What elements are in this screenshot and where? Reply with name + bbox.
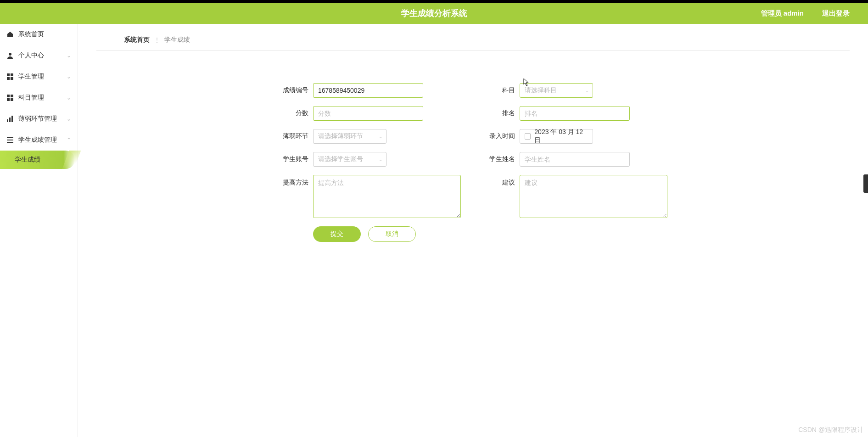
sidebar-item-weak-mgmt[interactable]: 薄弱环节管理 ⌄ [0, 108, 78, 129]
svg-rect-5 [7, 95, 10, 97]
select-weak[interactable]: 请选择薄弱环节 ⌄ [313, 129, 386, 144]
sidebar-item-score-mgmt[interactable]: 学生成绩管理 ⌃ [0, 129, 78, 151]
select-subject-placeholder: 请选择科目 [525, 86, 557, 95]
grid-icon [6, 94, 14, 101]
svg-rect-13 [7, 140, 13, 140]
score-form: 成绩编号 科目 请选择科目 ⌄ 分数 排名 [96, 51, 850, 242]
field-student-name: 学生姓名 [487, 152, 630, 167]
input-rank[interactable] [520, 106, 630, 121]
field-rank: 排名 [487, 106, 630, 121]
sidebar-subitem-label: 学生成绩 [15, 156, 40, 164]
sidebar-item-student-mgmt[interactable]: 学生管理 ⌄ [0, 66, 78, 87]
svg-rect-7 [7, 98, 10, 101]
svg-rect-2 [11, 73, 13, 76]
main-content: 系统首页 ⋮ 学生成绩 成绩编号 科目 请选择科目 ⌄ [78, 24, 868, 437]
field-entry-time: 录入时间 2023 年 03 月 12 日 [487, 129, 593, 144]
input-score-id[interactable] [313, 83, 423, 98]
svg-rect-9 [7, 119, 8, 122]
svg-rect-1 [7, 73, 10, 76]
chevron-down-icon: ⌄ [67, 73, 71, 80]
textarea-improve[interactable] [313, 175, 461, 218]
chevron-down-icon: ⌄ [67, 95, 71, 101]
home-icon [6, 31, 14, 38]
sidebar-item-home[interactable]: 系统首页 [0, 24, 78, 45]
submit-button[interactable]: 提交 [313, 226, 361, 242]
chevron-down-icon: ⌄ [67, 116, 71, 122]
breadcrumb-current: 学生成绩 [164, 36, 190, 44]
field-suggestion: 建议 [487, 175, 667, 218]
field-score: 分数 [281, 106, 423, 121]
grid-icon [6, 73, 14, 80]
svg-rect-11 [11, 116, 13, 122]
chevron-down-icon: ⌄ [585, 88, 589, 93]
cancel-button-label: 取消 [386, 230, 398, 238]
label-student-account: 学生账号 [281, 155, 308, 163]
sidebar-item-profile[interactable]: 个人中心 ⌄ [0, 45, 78, 66]
chevron-down-icon: ⌄ [379, 134, 382, 139]
sidebar-item-label: 系统首页 [18, 30, 44, 39]
calendar-icon [525, 133, 531, 140]
breadcrumb-sep-icon: ⋮ [154, 37, 160, 43]
svg-rect-4 [11, 77, 13, 80]
sidebar-item-label: 学生成绩管理 [18, 136, 57, 144]
label-score-id: 成绩编号 [281, 86, 308, 95]
label-weak: 薄弱环节 [281, 132, 308, 140]
svg-rect-14 [7, 142, 13, 143]
sidebar-item-label: 薄弱环节管理 [18, 115, 57, 123]
input-entry-time[interactable]: 2023 年 03 月 12 日 [520, 129, 593, 144]
form-buttons: 提交 取消 [313, 226, 822, 242]
svg-point-0 [9, 53, 11, 56]
select-student-account[interactable]: 请选择学生账号 ⌄ [313, 152, 386, 167]
label-rank: 排名 [487, 109, 515, 118]
sidebar-item-label: 学生管理 [18, 73, 44, 81]
sidebar-subitem-student-score[interactable]: 学生成绩 [0, 151, 75, 169]
svg-rect-8 [11, 98, 13, 101]
logout-link[interactable]: 退出登录 [822, 9, 850, 18]
field-weak: 薄弱环节 请选择薄弱环节 ⌄ [281, 129, 386, 144]
label-subject: 科目 [487, 86, 515, 95]
field-student-account: 学生账号 请选择学生账号 ⌄ [281, 152, 386, 167]
chevron-down-icon: ⌄ [379, 157, 382, 162]
admin-label[interactable]: 管理员 admin [761, 9, 804, 18]
entry-time-value: 2023 年 03 月 12 日 [534, 128, 588, 145]
chevron-down-icon: ⌄ [67, 52, 71, 59]
breadcrumb-home[interactable]: 系统首页 [124, 36, 150, 44]
breadcrumb: 系统首页 ⋮ 学生成绩 [96, 33, 850, 51]
label-student-name: 学生姓名 [487, 155, 515, 163]
app-header: 学生成绩分析系统 管理员 admin 退出登录 [0, 3, 868, 24]
field-score-id: 成绩编号 [281, 83, 423, 98]
header-right: 管理员 admin 退出登录 [761, 9, 868, 18]
field-subject: 科目 请选择科目 ⌄ [487, 83, 593, 98]
sidebar-item-label: 个人中心 [18, 51, 44, 60]
sidebar-item-label: 科目管理 [18, 94, 44, 102]
list-icon [6, 136, 14, 144]
svg-rect-6 [11, 95, 13, 97]
right-side-tab[interactable] [863, 174, 868, 193]
svg-rect-12 [7, 137, 13, 138]
label-score: 分数 [281, 109, 308, 118]
input-student-name[interactable] [520, 152, 630, 167]
watermark: CSDN @迅限程序设计 [798, 426, 863, 434]
svg-rect-10 [9, 118, 11, 122]
select-subject[interactable]: 请选择科目 ⌄ [520, 83, 593, 98]
user-icon [6, 52, 14, 59]
submit-button-label: 提交 [330, 230, 343, 238]
select-student-account-placeholder: 请选择学生账号 [318, 155, 363, 163]
select-weak-placeholder: 请选择薄弱环节 [318, 132, 363, 140]
chevron-up-icon: ⌃ [67, 137, 71, 143]
cancel-button[interactable]: 取消 [368, 226, 416, 242]
field-improve: 提高方法 [281, 175, 461, 218]
app-title: 学生成绩分析系统 [401, 8, 467, 19]
input-score[interactable] [313, 106, 423, 121]
label-improve: 提高方法 [281, 175, 308, 187]
sidebar-item-subject-mgmt[interactable]: 科目管理 ⌄ [0, 87, 78, 108]
label-entry-time: 录入时间 [487, 132, 515, 140]
sidebar: 系统首页 个人中心 ⌄ 学生管理 ⌄ 科目管理 ⌄ [0, 24, 78, 437]
textarea-suggestion[interactable] [520, 175, 667, 218]
bars-icon [6, 115, 14, 123]
label-suggestion: 建议 [487, 175, 515, 187]
svg-rect-3 [7, 77, 10, 80]
